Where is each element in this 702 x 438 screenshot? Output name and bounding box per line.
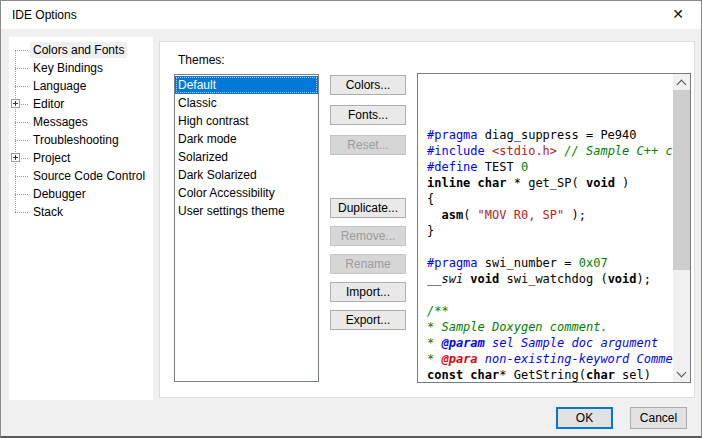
tree-item-stack[interactable]: Stack [9,203,153,221]
export-button[interactable]: Export... [330,310,406,330]
plus-bar [15,101,16,106]
plus-bar [15,155,16,160]
options-category-tree[interactable]: Colors and FontsKey BindingsLanguageEdit… [9,37,153,400]
code-line [427,239,673,255]
tree-item-editor[interactable]: Editor [9,95,153,113]
code-line: #include <stdio.h> // Sample C++ comment [427,143,673,159]
code-token: non-existing-keyword Comment [478,352,673,366]
tree-item-key-bindings[interactable]: Key Bindings [9,59,153,77]
code-token: void [586,176,615,190]
code-token: 0x07 [579,256,608,270]
code-token: __swi [427,272,463,286]
scroll-up-button[interactable] [673,74,690,91]
tree-connector [15,212,28,213]
tree-item-language[interactable]: Language [9,77,153,95]
code-token: char [470,368,499,382]
code-line: #define TEST 0 [427,159,673,175]
code-line [427,287,673,303]
code-line: /** [427,303,673,319]
tree-item-label: Editor [30,96,67,112]
tree-connector [15,50,28,51]
code-token: * [427,352,441,366]
import-button[interactable]: Import... [330,282,406,302]
tree-item-colors-and-fonts[interactable]: Colors and Fonts [9,41,153,59]
code-line: #pragma diag_suppress = Pe940 [427,127,673,143]
rename-button[interactable]: Rename [330,254,406,274]
code-token: diag_suppress = Pe940 [478,128,637,142]
tree-item-label: Language [30,78,89,94]
tree-item-project[interactable]: Project [9,149,153,167]
code-token: "MOV R0, SP" [478,208,565,222]
code-line: inline char * get_SP( void ) [427,175,673,191]
code-token: sel) [615,368,651,382]
code-token: * get_SP( [507,176,586,190]
code-line: asm( "MOV R0, SP" ); [427,207,673,223]
tree-item-messages[interactable]: Messages [9,113,153,131]
expand-plus-icon[interactable] [11,99,20,108]
fonts-button[interactable]: Fonts... [330,105,406,125]
code-token: char [586,368,615,382]
colors-and-fonts-page: Themes: DefaultClassicHigh contrastDark … [159,41,695,398]
tree-item-debugger[interactable]: Debugger [9,185,153,203]
code-token: #pragma [427,128,478,142]
tree-connector [15,122,28,123]
theme-item-dark-mode[interactable]: Dark mode [175,130,318,148]
code-line: #pragma swi_number = 0x07 [427,255,673,271]
tree-item-source-code-control[interactable]: Source Code Control [9,167,153,185]
tree-item-label: Stack [30,204,66,220]
scroll-down-button[interactable] [673,365,690,382]
tree-item-troubleshooting[interactable]: Troubleshooting [9,131,153,149]
tree-connector [15,140,28,141]
code-token: asm [441,208,463,222]
code-line: * @para non-existing-keyword Comment [427,351,673,367]
ok-button[interactable]: OK [556,407,613,429]
tree-item-label: Source Code Control [30,168,148,184]
tree-item-label: Key Bindings [30,60,106,76]
tree-connector [15,176,28,177]
code-line: { [427,191,673,207]
code-line: * @param sel Sample doc argument [427,335,673,351]
theme-item-default[interactable]: Default [175,76,318,94]
tree-connector [15,86,28,87]
tree-item-label: Messages [30,114,91,130]
theme-item-user-settings-theme[interactable]: User settings theme [175,202,318,220]
remove-button[interactable]: Remove... [330,226,406,246]
code-token: void [470,272,499,286]
code-token: ( [463,208,477,222]
code-token: ) [615,176,629,190]
theme-item-high-contrast[interactable]: High contrast [175,112,318,130]
code-token: #include [427,144,485,158]
code-preview-pane[interactable]: #pragma diag_suppress = Pe940#include <s… [417,73,691,383]
code-token: @param [441,336,484,350]
theme-item-classic[interactable]: Classic [175,94,318,112]
tree-item-label: Project [30,150,73,166]
code-line: } [427,223,673,239]
code-token: swi_watchdog ( [499,272,607,286]
theme-item-solarized[interactable]: Solarized [175,148,318,166]
expand-plus-icon[interactable] [11,153,20,162]
duplicate-button[interactable]: Duplicate... [330,198,406,218]
code-token: #pragma [427,256,478,270]
title-bar[interactable]: IDE Options ✕ [1,1,701,29]
code-token: 0 [521,160,528,174]
close-icon[interactable]: ✕ [655,1,701,29]
chevron-down-icon [677,368,687,378]
code-token: #define [427,160,478,174]
themes-listbox[interactable]: DefaultClassicHigh contrastDark modeSola… [174,74,319,382]
theme-item-color-accessibility[interactable]: Color Accessibility [175,184,318,202]
cancel-button[interactable]: Cancel [630,407,687,429]
code-token [427,208,441,222]
tree-item-label: Colors and Fonts [30,42,127,58]
theme-item-dark-solarized[interactable]: Dark Solarized [175,166,318,184]
code-token: { [427,192,434,206]
scrollbar[interactable] [673,74,690,382]
tree-item-label: Troubleshooting [30,132,122,148]
tree-connector [15,194,28,195]
code-line: * Sample Doxygen comment. [427,319,673,335]
code-line: const char* GetString(char sel) [427,367,673,382]
code-token: TEST [478,160,521,174]
code-token: * Sample Doxygen comment. [427,320,608,334]
reset-button[interactable]: Reset... [330,135,406,155]
scroll-thumb[interactable] [673,90,690,270]
colors-button[interactable]: Colors... [330,75,406,95]
